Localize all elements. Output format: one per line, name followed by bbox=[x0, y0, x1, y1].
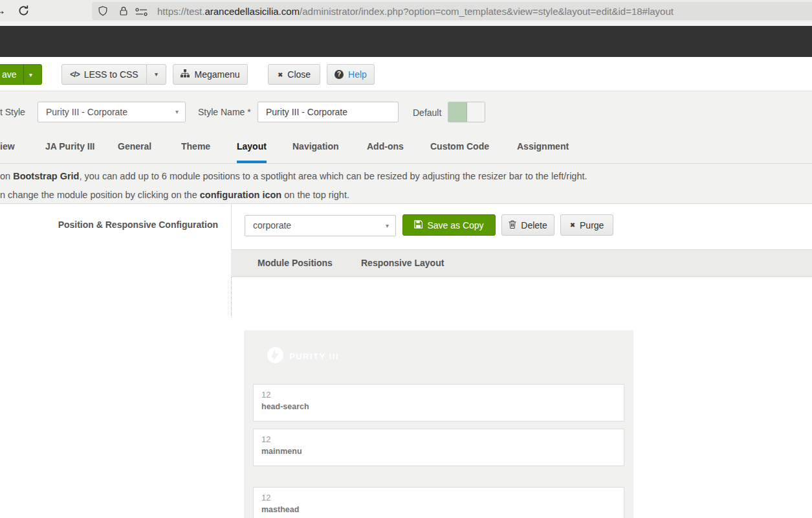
forward-icon[interactable]: → bbox=[0, 4, 6, 17]
layout-preview: PURITY III 12 head-search 12 mainmenu 12… bbox=[244, 330, 633, 518]
tab-general[interactable]: General bbox=[118, 130, 151, 163]
tab-theme[interactable]: Theme bbox=[181, 130, 210, 163]
browser-chrome: → https://test.arancedellasicilia.com/ad… bbox=[0, 0, 812, 21]
delete-button[interactable]: Delete bbox=[501, 214, 554, 236]
purge-label: Purge bbox=[580, 220, 604, 231]
current-style-label: t Style bbox=[0, 107, 25, 117]
module-position-name: masthead bbox=[261, 505, 299, 514]
module-position-row[interactable]: 12 head-search bbox=[253, 384, 624, 422]
screen: → https://test.arancedellasicilia.com/ad… bbox=[0, 0, 812, 518]
toggle-on-half[interactable] bbox=[448, 102, 467, 122]
tab-assignment[interactable]: Assignment bbox=[517, 130, 569, 163]
save-button[interactable]: ave ▾ bbox=[0, 64, 42, 85]
layout-tab-content: Position & Responsive Configuration corp… bbox=[0, 204, 812, 518]
purge-button[interactable]: ✖ Purge bbox=[560, 214, 613, 236]
tab-custom-code[interactable]: Custom Code bbox=[430, 130, 489, 163]
purity-logo-icon bbox=[267, 347, 283, 366]
help-icon: ? bbox=[335, 70, 344, 79]
subtab-module-positions[interactable]: Module Positions bbox=[258, 250, 333, 276]
layout-preset-select[interactable]: corporate ▾ bbox=[245, 215, 396, 236]
module-position-row[interactable]: 12 masthead bbox=[253, 487, 624, 518]
save-as-copy-button[interactable]: Save as Copy bbox=[402, 214, 496, 236]
style-name-label: Style Name * bbox=[198, 107, 251, 117]
trash-icon bbox=[509, 220, 516, 231]
save-split-divider bbox=[23, 65, 24, 84]
template-style-select[interactable]: Purity III - Corporate ▾ bbox=[38, 102, 186, 122]
megamenu-button[interactable]: Megamenu bbox=[173, 64, 248, 85]
app-header: emplates Edit Style bbox=[0, 26, 812, 57]
permissions-icon[interactable] bbox=[135, 7, 149, 19]
help-label: Help bbox=[348, 69, 367, 80]
style-name-value: Purity III - Corporate bbox=[266, 107, 347, 117]
less-dropdown-caret-button[interactable]: ▾ bbox=[146, 64, 166, 85]
chevron-down-icon: ▾ bbox=[155, 71, 158, 78]
style-settings-bar: t Style Purity III - Corporate ▾ Style N… bbox=[0, 91, 812, 204]
x-icon: ✖ bbox=[570, 221, 575, 229]
code-icon: </> bbox=[70, 70, 79, 79]
close-icon: ✖ bbox=[278, 71, 283, 78]
module-position-name: head-search bbox=[261, 402, 309, 411]
less-to-css-button[interactable]: </> LESS to CSS bbox=[61, 64, 147, 85]
help-button[interactable]: ? Help bbox=[327, 64, 375, 85]
lock-icon[interactable] bbox=[118, 6, 129, 19]
layout-info: on Bootstrap Grid, you can add up to 6 m… bbox=[0, 167, 812, 205]
position-config-label: Position & Responsive Configuration bbox=[0, 220, 218, 230]
default-label: Default bbox=[413, 107, 441, 118]
save-dropdown-caret-icon[interactable]: ▾ bbox=[29, 72, 32, 78]
url-text: https://test.arancedellasicilia.com/admi… bbox=[157, 6, 674, 17]
floppy-icon bbox=[414, 220, 422, 231]
tab-add-ons[interactable]: Add-ons bbox=[367, 130, 404, 163]
subtab-responsive-layout[interactable]: Responsive Layout bbox=[361, 250, 444, 276]
megamenu-label: Megamenu bbox=[194, 69, 239, 80]
purity-brand-text: PURITY III bbox=[289, 352, 339, 361]
layout-info-line-1: on Bootstrap Grid, you can add up to 6 m… bbox=[0, 167, 812, 186]
shield-icon[interactable] bbox=[98, 6, 108, 19]
style-name-input[interactable]: Purity III - Corporate bbox=[258, 102, 399, 122]
module-col-width: 12 bbox=[261, 390, 270, 400]
less-to-css-label: LESS to CSS bbox=[84, 69, 138, 80]
tab-ja-purity-iii[interactable]: JA Purity III bbox=[45, 130, 95, 163]
module-position-row[interactable]: 12 mainmenu bbox=[253, 429, 624, 466]
module-col-width: 12 bbox=[261, 493, 270, 502]
tabs-divider bbox=[0, 163, 812, 164]
layout-info-line-2: n change the module position by clicking… bbox=[0, 186, 812, 205]
reload-icon[interactable] bbox=[17, 5, 30, 19]
chevron-down-icon: ▾ bbox=[175, 102, 179, 122]
template-style-value: Purity III - Corporate bbox=[46, 107, 127, 117]
chevron-down-icon: ▾ bbox=[386, 216, 389, 236]
save-button-label: ave bbox=[2, 69, 17, 80]
layout-preset-value: corporate bbox=[253, 220, 291, 231]
tab-layout[interactable]: Layout bbox=[237, 130, 267, 163]
module-position-name: mainmenu bbox=[261, 447, 302, 456]
field-divider-dotted bbox=[231, 277, 232, 317]
layout-subtabs: Module Positions Responsive Layout bbox=[231, 249, 812, 277]
close-label: Close bbox=[287, 69, 311, 80]
toolbar: ave ▾ </> LESS to CSS ▾ Megamenu ✖ Close… bbox=[0, 57, 812, 91]
close-button[interactable]: ✖ Close bbox=[268, 64, 320, 85]
field-divider bbox=[231, 204, 232, 249]
tab-navigation[interactable]: Navigation bbox=[292, 130, 339, 163]
sitemap-icon bbox=[181, 69, 190, 80]
module-col-width: 12 bbox=[261, 434, 270, 444]
save-as-copy-label: Save as Copy bbox=[427, 220, 483, 231]
tab-overview-truncated[interactable]: iew bbox=[0, 130, 15, 163]
delete-label: Delete bbox=[521, 220, 547, 231]
default-toggle[interactable] bbox=[448, 102, 485, 122]
address-bar[interactable]: https://test.arancedellasicilia.com/admi… bbox=[92, 2, 812, 20]
chrome-divider bbox=[0, 21, 812, 26]
